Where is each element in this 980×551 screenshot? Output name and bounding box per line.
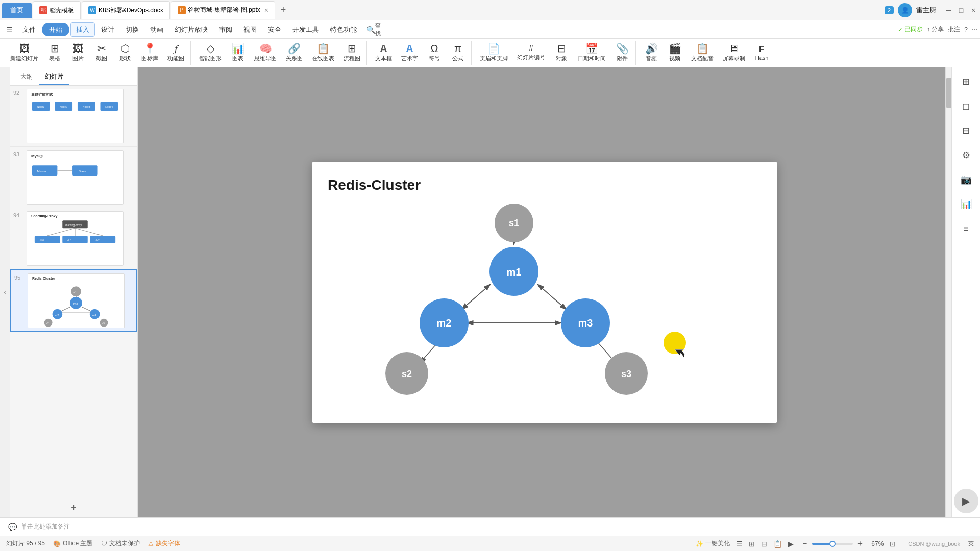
- mindmap-label: 思维导图: [254, 55, 277, 62]
- maximize-btn[interactable]: □: [957, 6, 966, 15]
- notes-bar[interactable]: 💬 单击此处添加备注: [0, 517, 980, 536]
- menu-design[interactable]: 设计: [96, 23, 119, 36]
- datetime-btn[interactable]: 📅 日期和时间: [574, 41, 610, 65]
- slideshow-view-btn[interactable]: ▶: [788, 540, 794, 548]
- menu-toggle-btn[interactable]: ☰: [2, 22, 16, 37]
- menu-animation[interactable]: 动画: [145, 23, 168, 36]
- slidenum-icon: #: [529, 44, 533, 53]
- image-btn[interactable]: 🖼 图片: [67, 41, 89, 65]
- zoom-in-btn[interactable]: ＋: [855, 539, 865, 549]
- play-btn[interactable]: ▶: [954, 489, 978, 513]
- batch-btn[interactable]: 批注: [948, 25, 960, 34]
- share-btn[interactable]: ↑ 分享: [927, 25, 944, 34]
- mindmap-btn[interactable]: 🧠 思维导图: [250, 41, 281, 65]
- relation-btn[interactable]: 🔗 关系图: [282, 41, 307, 65]
- chart-btn[interactable]: 📊 图表: [227, 41, 249, 65]
- notes-view-btn[interactable]: 📋: [773, 540, 782, 548]
- video-btn[interactable]: 🎬 视频: [664, 41, 686, 65]
- svg-text:db2: db2: [95, 239, 100, 242]
- menu-file[interactable]: 文件: [17, 23, 41, 36]
- more-btn[interactable]: ⋯: [972, 26, 978, 33]
- right-panel-btn-5[interactable]: 📷: [956, 169, 976, 190]
- zoom-thumb[interactable]: [829, 541, 836, 547]
- close-btn[interactable]: ×: [969, 6, 978, 15]
- formula-btn[interactable]: π 公式: [447, 41, 469, 65]
- user-avatar[interactable]: 👤: [898, 3, 912, 17]
- relation-label: 关系图: [286, 55, 303, 62]
- tab-docx-label: K8S部署&DevOps.docx: [99, 6, 163, 15]
- flowchart-btn[interactable]: ⊞ 流程图: [339, 41, 364, 65]
- arttext-btn[interactable]: A 艺术字: [397, 41, 422, 65]
- slide-item-92[interactable]: 92 集群扩展方式 Node1 Node2 Node3 Node4: [10, 86, 137, 147]
- minimize-btn[interactable]: ─: [944, 6, 953, 15]
- svg-text:集群扩展方式: 集群扩展方式: [31, 92, 53, 96]
- fit-btn[interactable]: ⊡: [890, 540, 896, 548]
- right-panel-btn-2[interactable]: ◻: [956, 96, 976, 116]
- list-view-btn[interactable]: ☰: [736, 540, 743, 548]
- svg-line-54: [537, 284, 567, 310]
- zoom-slider[interactable]: [812, 543, 853, 545]
- svg-text:s3: s3: [102, 322, 104, 325]
- audio-btn[interactable]: 🔊 音频: [640, 41, 663, 65]
- right-panel-btn-7[interactable]: ≡: [956, 218, 976, 239]
- menu-transition[interactable]: 切换: [120, 23, 144, 36]
- tab-outline[interactable]: 大纲: [14, 69, 39, 85]
- scrollbar-thumb[interactable]: [946, 78, 951, 108]
- tab-pptx[interactable]: P 谷粒商城-集群部署-图.pptx ×: [171, 1, 275, 19]
- pptx-icon: P: [178, 6, 186, 14]
- symbol-btn[interactable]: Ω 符号: [423, 41, 446, 65]
- zoom-out-btn[interactable]: －: [800, 539, 810, 549]
- menu-review[interactable]: 审阅: [214, 23, 237, 36]
- tab-close-btn[interactable]: ×: [264, 6, 268, 14]
- tab-docx[interactable]: W K8S部署&DevOps.docx: [82, 1, 170, 19]
- menu-start[interactable]: 开始: [42, 23, 69, 36]
- svg-text:Node3: Node3: [83, 106, 90, 108]
- right-panel-btn-3[interactable]: ⊟: [956, 120, 976, 141]
- right-panel-btn-1[interactable]: ⊞: [956, 71, 976, 92]
- slide-item-95[interactable]: 95 Redis-Cluster s1 m1: [10, 269, 137, 332]
- table-btn[interactable]: ⊞ 表格: [43, 41, 66, 65]
- screenrec-btn[interactable]: 🖥 屏幕录制: [719, 41, 749, 65]
- vertical-scrollbar[interactable]: [945, 67, 951, 517]
- online-chart-btn[interactable]: 📋 在线图表: [308, 41, 338, 65]
- slide-canvas[interactable]: Redis-Cluster: [312, 162, 777, 423]
- onekey-btn[interactable]: ✨ 一键美化: [696, 539, 730, 548]
- header-btn[interactable]: 📄 页眉和页脚: [476, 41, 512, 65]
- add-slide-btn[interactable]: +: [10, 498, 137, 517]
- menu-devtools[interactable]: 开发工具: [287, 23, 324, 36]
- menu-view[interactable]: 视图: [238, 23, 262, 36]
- svg-text:m3: m3: [92, 314, 97, 317]
- tab-template[interactable]: 稻 稻壳模板: [33, 1, 81, 19]
- narration-btn[interactable]: 📋 文档配音: [687, 41, 718, 65]
- menu-slideshow[interactable]: 幻灯片放映: [169, 23, 213, 36]
- iconlib-btn[interactable]: 📍 图标库: [137, 41, 162, 65]
- slide-item-94[interactable]: 94 Sharding-Proxy sharding-proxy db0: [10, 208, 137, 269]
- slide-num-95: 95: [14, 273, 24, 281]
- grid-view-btn[interactable]: ⊟: [761, 540, 767, 548]
- shape-btn[interactable]: ⬡ 形状: [114, 41, 136, 65]
- tab-add-btn[interactable]: +: [276, 3, 290, 17]
- attachment-btn[interactable]: 📎 附件: [611, 41, 633, 65]
- screenshot-btn[interactable]: ✂ 截图: [90, 41, 113, 65]
- textbox-btn[interactable]: A 文本框: [371, 41, 396, 65]
- smart-shape-btn[interactable]: ◇ 智能图形: [195, 41, 226, 65]
- screenshot-icon: ✂: [97, 43, 106, 54]
- search-btn[interactable]: 🔍 查找: [366, 22, 381, 37]
- tab-home[interactable]: 首页: [2, 3, 32, 18]
- help-btn[interactable]: ?: [964, 26, 968, 33]
- slidenum-btn[interactable]: # 幻灯片编号: [513, 41, 549, 65]
- right-panel-btn-6[interactable]: 📊: [956, 194, 976, 214]
- new-slide-btn[interactable]: 🖼 新建幻灯片: [6, 41, 42, 65]
- function-btn[interactable]: 𝑓 功能图: [163, 41, 188, 65]
- slide-item-93[interactable]: 93 MySQL Master Slave: [10, 147, 137, 208]
- flash-btn[interactable]: F Flash: [750, 41, 773, 65]
- tab-slides[interactable]: 幻灯片: [39, 69, 69, 85]
- panel-collapse-btn[interactable]: ‹: [0, 67, 10, 517]
- menu-insert[interactable]: 插入: [70, 22, 95, 37]
- right-panel-btn-4[interactable]: ⚙: [956, 145, 976, 165]
- normal-view-btn[interactable]: ⊞: [749, 540, 755, 548]
- tab-template-label: 稻壳模板: [50, 6, 74, 15]
- menu-security[interactable]: 安全: [263, 23, 286, 36]
- menu-special[interactable]: 特色功能: [325, 23, 362, 36]
- object-btn[interactable]: ⊟ 对象: [550, 41, 573, 65]
